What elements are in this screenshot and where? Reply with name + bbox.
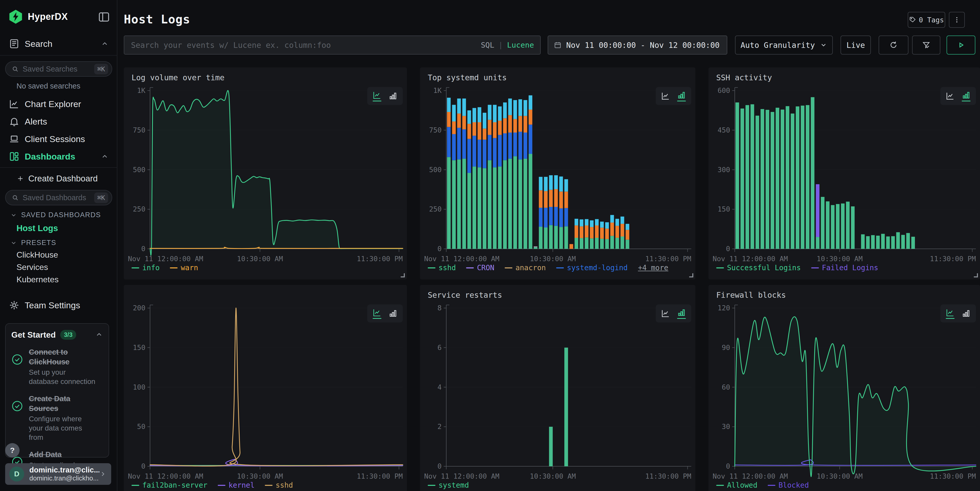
calendar-icon <box>554 41 562 49</box>
legend-item[interactable]: Blocked <box>768 481 809 489</box>
sidebar-item-search[interactable]: Search <box>0 37 117 51</box>
saved-dashboards-search[interactable]: ⌘K <box>5 190 112 205</box>
user-account-chip[interactable]: D dominic.tran@clic... dominic.tran@clic… <box>5 463 111 485</box>
legend-swatch <box>265 485 272 486</box>
refresh-icon <box>889 41 898 49</box>
sidebar-item-kubernetes[interactable]: Kubernetes <box>16 275 59 284</box>
get-started-step[interactable]: Create Data Sources Configure where your… <box>11 394 103 442</box>
refresh-button[interactable] <box>878 35 908 54</box>
legend-item[interactable]: kernel <box>218 481 255 489</box>
svg-text:11:30:00 PM: 11:30:00 PM <box>357 472 403 480</box>
chart-type-toolbar <box>367 304 403 323</box>
chevron-up-icon[interactable] <box>95 331 103 338</box>
legend-item[interactable]: info <box>132 264 159 272</box>
sidebar-item-client-sessions[interactable]: Client Sessions <box>0 132 117 146</box>
tag-icon <box>909 16 916 24</box>
legend-item[interactable]: Failed Logins <box>811 264 878 272</box>
legend-label: sshd <box>275 481 293 489</box>
svg-text:10:30:00 AM: 10:30:00 AM <box>816 255 863 263</box>
legend-item[interactable]: Allowed <box>716 481 757 489</box>
sidebar-item-alerts[interactable]: Alerts <box>0 114 117 129</box>
saved-searches-input[interactable] <box>23 65 94 73</box>
line-chart-toggle-icon[interactable] <box>372 308 382 319</box>
filter-button[interactable] <box>912 35 940 54</box>
svg-text:Nov 11 12:00:00 AM: Nov 11 12:00:00 AM <box>713 255 788 263</box>
svg-text:Nov 11 12:00:00 AM: Nov 11 12:00:00 AM <box>424 472 500 480</box>
line-chart-toggle-icon[interactable] <box>661 91 670 101</box>
legend-swatch <box>218 485 226 486</box>
sidebar-item-dashboards[interactable]: Dashboards <box>0 149 117 164</box>
legend-item[interactable]: warn <box>170 264 198 272</box>
section-saved-dashboards[interactable]: SAVED DASHBOARDS <box>10 211 101 219</box>
legend-label: Successful Logins <box>727 264 801 272</box>
sidebar-item-clickhouse[interactable]: ClickHouse <box>16 250 58 260</box>
search-input[interactable] <box>124 36 481 54</box>
legend-label: CRON <box>477 264 494 272</box>
legend-item[interactable]: systemd <box>428 481 469 489</box>
legend-item[interactable]: systemd-logind <box>556 264 628 272</box>
run-query-button[interactable] <box>947 35 975 54</box>
sidebar-item-services[interactable]: Services <box>16 262 48 272</box>
sidebar-item-chart-explorer[interactable]: Chart Explorer <box>0 97 117 111</box>
panel-resize-handle[interactable] <box>689 273 693 277</box>
bar-chart-toggle-icon[interactable] <box>677 91 686 102</box>
line-chart-toggle-icon[interactable] <box>945 308 955 319</box>
legend-item[interactable]: sshd <box>428 264 456 272</box>
svg-text:500: 500 <box>429 166 442 174</box>
tags-button[interactable]: 0 Tags <box>908 12 945 28</box>
legend-label: Failed Logins <box>822 264 878 272</box>
svg-text:100: 100 <box>133 383 145 391</box>
sidebar-item-host-logs[interactable]: Host Logs <box>16 223 58 233</box>
step-title: Create Data Sources <box>29 394 93 413</box>
svg-text:200: 200 <box>133 304 145 312</box>
svg-text:11:30:00 PM: 11:30:00 PM <box>645 255 691 263</box>
sql-toggle[interactable]: SQL <box>481 41 494 49</box>
step-title: Add Data <box>29 450 93 459</box>
panel-firewall-blocks: Firewall blocks 1209060300Nov 11 12:00:0… <box>708 285 980 491</box>
chevron-up-icon[interactable] <box>101 153 108 160</box>
svg-text:Nov 11 12:00:00 AM: Nov 11 12:00:00 AM <box>128 472 203 480</box>
svg-text:250: 250 <box>133 205 145 213</box>
legend-item[interactable]: Successful Logins <box>716 264 801 272</box>
svg-text:Nov 11 12:00:00 AM: Nov 11 12:00:00 AM <box>128 255 203 263</box>
panel-menu-button[interactable] <box>949 12 965 28</box>
legend-item[interactable]: anacron <box>505 264 546 272</box>
date-range-picker[interactable]: Nov 11 00:00:00 - Nov 12 00:00:00 <box>548 35 727 54</box>
panel-resize-handle[interactable] <box>974 273 978 277</box>
granularity-select[interactable]: Auto Granularity <box>735 35 833 54</box>
bar-chart-toggle-icon[interactable] <box>388 91 398 101</box>
live-button[interactable]: Live <box>840 35 871 54</box>
saved-dashboards-input[interactable] <box>23 194 94 202</box>
help-button[interactable]: ? <box>5 443 19 458</box>
bar-chart-toggle-icon[interactable] <box>961 91 971 102</box>
chevron-up-icon[interactable] <box>101 40 108 48</box>
chart-type-toolbar <box>940 87 976 105</box>
bar-chart-toggle-icon[interactable] <box>388 309 398 318</box>
bar-chart-toggle-icon[interactable] <box>677 308 686 319</box>
legend-item[interactable]: sshd <box>265 481 293 489</box>
lucene-toggle[interactable]: Lucene <box>507 41 534 49</box>
sidebar-item-team-settings[interactable]: Team Settings <box>0 298 117 312</box>
user-email-secondary: dominic.tran@clickho... <box>29 474 99 482</box>
legend-item[interactable]: CRON <box>466 264 494 272</box>
svg-text:500: 500 <box>133 166 145 174</box>
get-started-step[interactable]: Connect to ClickHouse Set up your databa… <box>11 347 103 386</box>
create-dashboard-button[interactable]: Create Dashboard <box>0 172 117 186</box>
page-title: Host Logs <box>124 12 190 26</box>
line-chart-toggle-icon[interactable] <box>661 309 670 318</box>
legend-swatch <box>505 267 512 269</box>
svg-text:10:30:00 AM: 10:30:00 AM <box>816 472 863 480</box>
legend-item[interactable]: +4 more <box>638 264 668 272</box>
bar-chart-toggle-icon[interactable] <box>961 309 971 318</box>
legend-item[interactable]: fail2ban-server <box>132 481 207 489</box>
event-search-bar[interactable]: SQL | Lucene <box>124 35 541 54</box>
sidebar-collapse-icon[interactable] <box>98 11 110 23</box>
line-chart-toggle-icon[interactable] <box>372 91 382 102</box>
saved-searches-search[interactable]: ⌘K <box>5 61 112 77</box>
section-presets[interactable]: PRESETS <box>10 239 56 247</box>
divider <box>0 55 117 56</box>
line-chart-toggle-icon[interactable] <box>945 91 955 101</box>
svg-text:0: 0 <box>726 245 730 253</box>
panel-resize-handle[interactable] <box>401 273 405 277</box>
legend-label: Allowed <box>727 481 757 489</box>
